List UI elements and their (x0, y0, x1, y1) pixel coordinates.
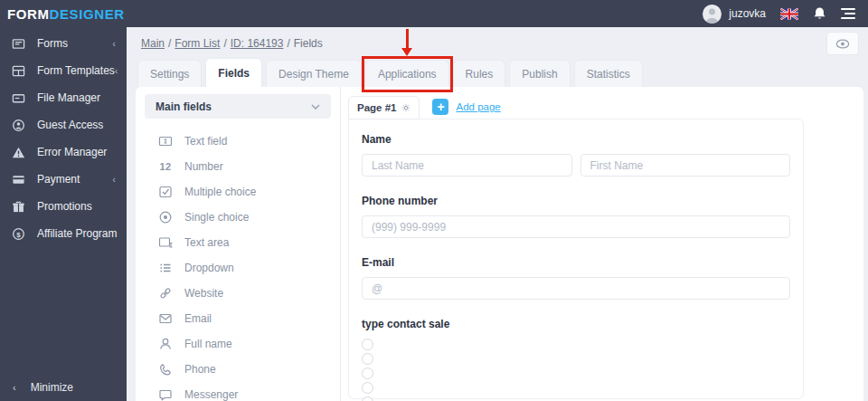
tab-settings[interactable]: Settings (137, 60, 202, 87)
palette-group-label: Main fields (156, 100, 212, 113)
email-input[interactable] (362, 277, 790, 300)
tab-statistics[interactable]: Statistics (574, 60, 643, 87)
eye-icon (835, 39, 850, 49)
breadcrumb-link-form-id[interactable]: ID: 164193 (231, 37, 284, 50)
username-label[interactable]: juzovka (729, 7, 766, 20)
tab-rules[interactable]: Rules (453, 60, 506, 87)
field-palette: Main fields Text field 12 Number (136, 87, 340, 401)
tab-design-theme[interactable]: Design Theme (266, 60, 362, 87)
number-icon: 12 (158, 159, 173, 174)
fields-panel: Main fields Text field 12 Number (136, 87, 863, 401)
tab-applications[interactable]: Applications (365, 60, 449, 87)
text-field-icon (158, 134, 173, 148)
sidebar-item-form-templates[interactable]: Form Templates ‹ (0, 57, 127, 84)
breadcrumb-link-main[interactable]: Main (141, 37, 165, 50)
language-flag-button[interactable] (780, 8, 798, 20)
field-label: Name (362, 133, 790, 146)
page-tabs-row: Page #1 + Add page (348, 95, 863, 119)
guest-access-icon (11, 118, 25, 132)
sidebar-item-forms[interactable]: Forms ‹ (0, 30, 127, 57)
form-field-email[interactable]: E-mail (362, 256, 790, 300)
palette-item-full-name[interactable]: Full name (158, 331, 331, 357)
palette-item-label: Dropdown (184, 262, 234, 274)
palette-item-phone[interactable]: Phone (158, 357, 331, 382)
palette-item-messenger[interactable]: Messenger (158, 382, 331, 401)
palette-item-label: Text area (184, 236, 229, 249)
tab-label: Design Theme (278, 68, 349, 81)
sidebar-item-label: Promotions (37, 200, 116, 213)
form-templates-icon (11, 63, 25, 78)
palette-item-multiple-choice[interactable]: Multiple choice (158, 179, 331, 205)
palette-group-select[interactable]: Main fields (145, 94, 331, 119)
breadcrumb-separator: / (223, 37, 226, 50)
palette-item-text-field[interactable]: Text field (158, 129, 331, 154)
promotions-icon (11, 199, 25, 214)
notifications-button[interactable] (813, 6, 826, 21)
palette-item-website[interactable]: Website (158, 281, 331, 306)
sidebar-item-file-manager[interactable]: File Manager (0, 84, 127, 111)
tab-label: Applications (378, 68, 437, 81)
preview-button[interactable] (826, 32, 859, 55)
sidebar-item-error-manager[interactable]: Error Manager (0, 138, 127, 166)
sidebar-item-label: Guest Access (37, 119, 116, 131)
sidebar-nav: Forms ‹ Form Templates ‹ File Manager (0, 27, 127, 376)
palette-item-email[interactable]: Email (158, 306, 331, 331)
main-content: Main/Form List/ID: 164193/Fields Setting… (127, 27, 868, 401)
palette-item-label: Phone (184, 363, 216, 376)
radio-option[interactable] (362, 353, 373, 365)
form-field-name[interactable]: Name (362, 133, 790, 177)
palette-item-label: Multiple choice (184, 186, 256, 198)
svg-text:$: $ (16, 230, 21, 238)
form-field-radio-group[interactable]: type contact sale (362, 318, 790, 401)
app-logo[interactable]: FORMDESIGNER (7, 6, 125, 22)
breadcrumb-separator: / (287, 37, 289, 50)
form-field-phone[interactable]: Phone number (362, 195, 790, 238)
page-tab-1[interactable]: Page #1 (348, 96, 420, 119)
full-name-icon (158, 337, 173, 351)
dropdown-icon (158, 261, 173, 275)
sidebar-item-promotions[interactable]: Promotions (0, 193, 127, 220)
user-avatar[interactable] (703, 5, 722, 24)
add-page-button[interactable]: + Add page (432, 99, 500, 115)
palette-item-dropdown[interactable]: Dropdown (158, 255, 331, 281)
radio-option[interactable] (362, 396, 373, 401)
minimize-label: Minimize (31, 381, 73, 394)
palette-item-text-area[interactable]: Text area (158, 230, 331, 255)
chevron-left-icon: ‹ (112, 38, 116, 49)
multiple-choice-icon (158, 185, 173, 199)
field-label: type contact sale (362, 318, 790, 330)
phone-input[interactable] (362, 215, 790, 238)
chevron-left-icon: ‹ (112, 174, 116, 185)
chevron-left-icon: ‹ (13, 382, 16, 393)
sidebar-item-guest-access[interactable]: Guest Access (0, 111, 127, 138)
palette-item-single-choice[interactable]: Single choice (158, 205, 331, 230)
sidebar-minimize-button[interactable]: ‹ Minimize (0, 376, 127, 399)
sidebar-item-label: File Manager (37, 91, 116, 104)
palette-item-label: Messenger (184, 388, 238, 401)
bell-icon (813, 6, 826, 21)
palette-item-label: Email (184, 312, 212, 325)
tab-label: Statistics (587, 68, 630, 81)
sidebar-item-affiliate-program[interactable]: $ Affiliate Program (0, 220, 127, 247)
payment-icon (11, 172, 25, 186)
palette-item-number[interactable]: 12 Number (158, 154, 331, 179)
plus-icon: + (432, 99, 448, 115)
affiliate-program-icon: $ (11, 226, 25, 241)
sidebar-item-label: Form Templates (37, 64, 115, 77)
first-name-input[interactable] (580, 154, 791, 177)
menu-button[interactable] (841, 8, 855, 19)
tab-label: Settings (150, 68, 189, 81)
tab-fields[interactable]: Fields (205, 58, 262, 87)
file-manager-icon (11, 91, 25, 105)
palette-list: Text field 12 Number Multiple choice (145, 119, 331, 401)
sidebar-item-payment[interactable]: Payment ‹ (0, 166, 127, 193)
palette-item-label: Website (184, 287, 223, 300)
radio-option[interactable] (362, 382, 373, 394)
field-label: E-mail (362, 256, 790, 269)
breadcrumb-link-form-list[interactable]: Form List (175, 37, 220, 50)
last-name-input[interactable] (362, 154, 572, 177)
radio-option[interactable] (362, 339, 373, 350)
messenger-icon (158, 387, 173, 401)
radio-option[interactable] (362, 368, 373, 379)
tab-publish[interactable]: Publish (509, 60, 570, 87)
